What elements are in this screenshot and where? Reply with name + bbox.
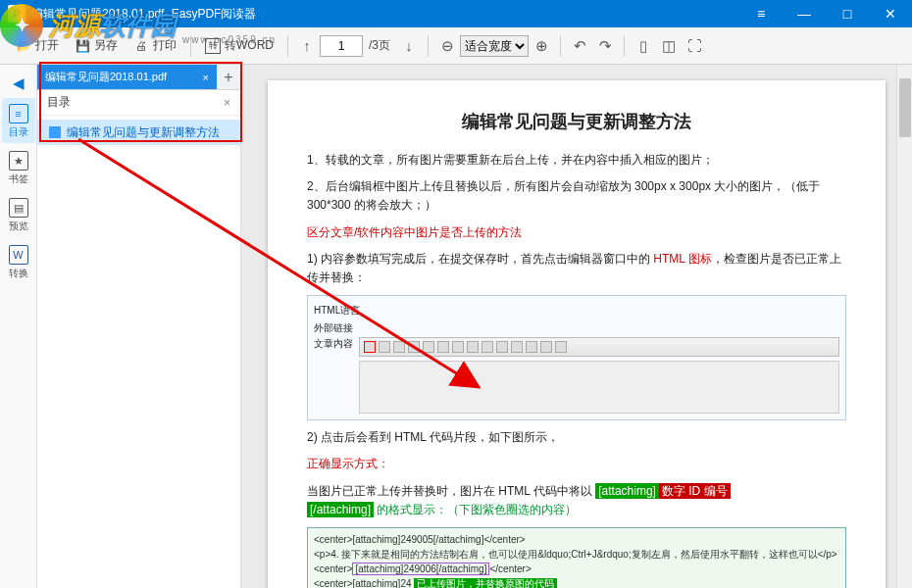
zoom-select[interactable]: 适合宽度	[460, 35, 529, 57]
maximize-button[interactable]: □	[826, 0, 869, 27]
zoom-out-button[interactable]: ⊖	[434, 33, 460, 59]
preview-icon: ▤	[9, 198, 28, 218]
html-icon	[364, 341, 376, 353]
paragraph: 2) 点击后会看到 HTML 代码片段，如下图所示，	[307, 428, 846, 447]
convert-icon: W	[9, 245, 28, 265]
outline-panel: 编辑常见问题2018.01.pdf × + 目录 × 编辑常见问题与更新调整方法	[37, 65, 241, 588]
tab-label: 编辑常见问题2018.01.pdf	[45, 70, 197, 84]
code-block: <center>[attachimg]249005[/attachimg]</c…	[307, 527, 846, 588]
tab-close-icon[interactable]: ×	[203, 72, 209, 83]
word-icon: 转	[205, 38, 221, 54]
page-number-input[interactable]	[320, 35, 363, 57]
toc-icon: ≡	[9, 104, 28, 123]
sidebar-item-bookmark[interactable]: ★书签	[2, 145, 35, 190]
page-title: 编辑常见问题与更新调整方法	[307, 110, 846, 133]
minimize-button[interactable]: —	[783, 0, 826, 27]
bookmark-icon: ★	[9, 151, 28, 171]
fullscreen-button[interactable]: ⛶	[682, 33, 707, 59]
sidebar-item-preview[interactable]: ▤预览	[2, 192, 35, 237]
titlebar: P 编辑常见问题2018.01.pdf- EasyPDF阅读器 ≡ — □ ✕	[0, 0, 912, 27]
menu-button[interactable]: ≡	[739, 0, 783, 27]
double-page-button[interactable]: ◫	[656, 33, 682, 59]
toword-button[interactable]: 转转WORD	[197, 33, 281, 58]
pdf-page: 编辑常见问题与更新调整方法 1、转载的文章，所有图片需要重新在后台上传，并在内容…	[268, 80, 886, 588]
print-button[interactable]: 🖨打印	[126, 33, 184, 58]
app-icon: P	[8, 5, 25, 23]
document-tabs: 编辑常见问题2018.01.pdf × +	[37, 65, 240, 90]
page-up-button[interactable]: ↑	[294, 33, 320, 59]
page-total-label: /3页	[369, 37, 390, 54]
open-button[interactable]: 📂打开	[8, 33, 67, 58]
single-page-button[interactable]: ▯	[631, 33, 656, 59]
outline-item-label: 编辑常见问题与更新调整方法	[67, 124, 220, 141]
paragraph: 当图片已正常上传并替换时，图片在 HTML 代码中将以 [attachimg]数…	[307, 482, 846, 519]
outline-item[interactable]: 编辑常见问题与更新调整方法	[37, 120, 240, 145]
close-button[interactable]: ✕	[869, 0, 912, 27]
outline-bullet-icon	[49, 126, 61, 138]
paragraph-warning: 正确显示方式：	[307, 455, 846, 473]
paragraph: 1) 内容参数填写完成后，在提交保存时，首先点击编辑器窗口中的 HTML 图标，…	[307, 250, 846, 287]
editor-area	[359, 361, 839, 414]
outline-tree: 编辑常见问题与更新调整方法	[37, 116, 240, 588]
toolbar: 📂打开 💾另存 🖨打印 转转WORD ↑ /3页 ↓ ⊖ 适合宽度 ⊕ ↶ ↷ …	[0, 27, 912, 65]
zoom-in-button[interactable]: ⊕	[529, 33, 554, 59]
vertical-scrollbar[interactable]	[896, 65, 912, 588]
rotate-right-button[interactable]: ↷	[592, 33, 618, 59]
sidebar-item-toc[interactable]: ≡目录	[2, 98, 35, 143]
page-down-button[interactable]: ↓	[396, 33, 422, 59]
new-tab-button[interactable]: +	[217, 65, 240, 89]
tab-document[interactable]: 编辑常见问题2018.01.pdf ×	[37, 65, 217, 89]
folder-icon: 📂	[16, 38, 31, 54]
paragraph: 2、后台编辑框中图片上传且替换以后，所有图片会自动缩放为 300px x 300…	[307, 177, 846, 215]
scrollbar-thumb[interactable]	[899, 78, 911, 137]
saveas-button[interactable]: 💾另存	[67, 33, 126, 58]
save-icon: 💾	[75, 38, 90, 54]
panel-header: 目录 ×	[37, 90, 240, 116]
print-icon: 🖨	[133, 38, 149, 54]
mini-toolbar	[359, 337, 839, 357]
left-sidebar: ◀ ≡目录 ★书签 ▤预览 W转换	[0, 65, 37, 588]
sidebar-item-convert[interactable]: W转换	[2, 239, 35, 284]
panel-title: 目录	[47, 94, 71, 111]
document-view[interactable]: 编辑常见问题与更新调整方法 1、转载的文章，所有图片需要重新在后台上传，并在内容…	[241, 65, 912, 588]
window-title: 编辑常见问题2018.01.pdf- EasyPDF阅读器	[31, 6, 739, 23]
editor-screenshot: HTML语言 外部链接 文章内容	[307, 295, 846, 420]
panel-close-icon[interactable]: ×	[224, 96, 230, 110]
paragraph: 1、转载的文章，所有图片需要重新在后台上传，并在内容中插入相应的图片；	[307, 151, 846, 170]
paragraph-warning: 区分文章/软件内容中图片是否上传的方法	[307, 223, 846, 242]
collapse-panel-button[interactable]: ◀	[6, 71, 31, 96]
rotate-left-button[interactable]: ↶	[567, 33, 592, 59]
